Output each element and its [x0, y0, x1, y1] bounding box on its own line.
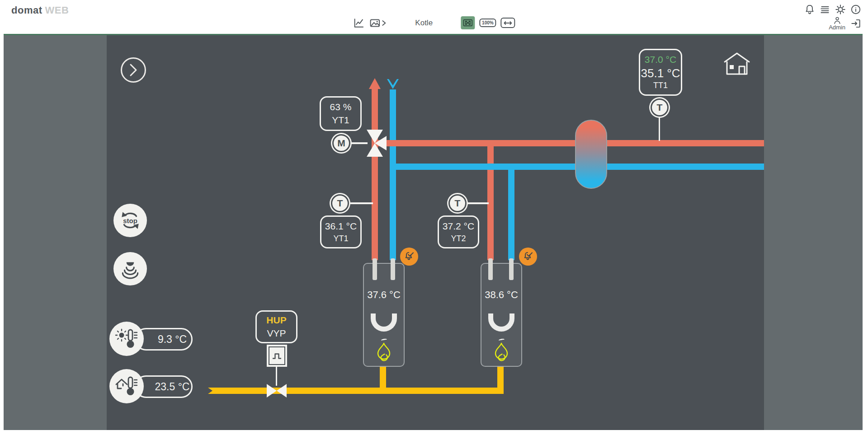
user-menu[interactable]: Admin	[829, 16, 845, 31]
yt1-value: 36.1 °C	[325, 220, 357, 233]
boiler-port	[488, 258, 493, 280]
logo-suffix: WEB	[45, 5, 69, 16]
outdoor-temp-value: 9.3 °C	[158, 333, 187, 346]
return-pipe-boiler2-vertical	[508, 167, 514, 260]
zoom-100-label: 100%	[482, 20, 494, 25]
event-list-button[interactable]	[819, 4, 831, 15]
supply-temp-badge[interactable]: 37.0 °C 35.1 °C TT1	[639, 49, 682, 96]
gas-valve	[267, 384, 287, 398]
alarm-ack-badge-boiler2[interactable]	[519, 248, 537, 266]
three-way-valve	[367, 130, 396, 157]
user-avatar-icon	[832, 16, 842, 25]
bell-icon	[804, 4, 816, 15]
list-icon	[819, 4, 831, 15]
t-sensor-letter: T	[657, 102, 663, 113]
tt1-sensor-link-line	[659, 117, 660, 141]
return-pipe-boiler1-vertical	[390, 89, 396, 260]
trend-chart-button[interactable]	[353, 17, 364, 29]
valve-position-value: 63 %	[330, 101, 352, 113]
image-gallery-button[interactable]	[369, 17, 387, 29]
supply-pipe-boiler1-vertical	[372, 89, 378, 260]
supply-flow-arrow-up	[369, 78, 381, 89]
supply-temp-value: 35.1 °C	[641, 66, 680, 81]
gas-inlet-notch	[208, 388, 212, 394]
t-sensor-letter: T	[455, 198, 461, 209]
app-logo: domatWEB	[11, 5, 69, 16]
yt1-sensor-link-line	[350, 202, 373, 204]
image-icon	[369, 17, 381, 29]
yt2-value: 37.2 °C	[443, 220, 474, 233]
info-button[interactable]	[850, 4, 862, 15]
house-icon	[723, 51, 751, 77]
gas-main-badge[interactable]: HUP VYP	[255, 310, 297, 343]
t-sensor-letter: T	[337, 198, 343, 209]
yt2-sensor-link-line	[468, 202, 489, 204]
fit-screen-icon	[462, 17, 473, 28]
boiler-room-schematic: HUP VYP M 63 % YT1 T 36.1 °C YT1	[107, 35, 764, 430]
echo-waves-icon	[119, 257, 142, 280]
chevron-right-icon	[127, 63, 139, 77]
bell-check-icon	[403, 250, 415, 263]
expand-button[interactable]	[121, 57, 146, 83]
fit-to-screen-button[interactable]	[461, 16, 475, 29]
tilde-mark	[498, 338, 505, 341]
yt1-label: YT1	[333, 233, 348, 244]
notifications-button[interactable]	[804, 4, 816, 15]
motor-letter: M	[337, 138, 345, 149]
indoor-temp-value: 23.5 °C	[155, 381, 190, 393]
supply-setpoint-value: 37.0 °C	[645, 54, 676, 65]
bell-check-icon	[522, 250, 534, 263]
pulse-icon	[270, 350, 284, 362]
gas-pipe-main	[208, 388, 504, 394]
return-arrow-notch	[389, 79, 397, 85]
zoom-100-button[interactable]: 100%	[479, 19, 496, 27]
info-icon	[850, 4, 862, 15]
stop-label: stop	[123, 217, 137, 225]
yt2-temperature-sensor[interactable]: T	[447, 193, 468, 214]
presence-sensor-indicator[interactable]	[113, 252, 147, 285]
yt1-temperature-badge[interactable]: 36.1 °C YT1	[320, 215, 362, 248]
tilde-mark	[381, 338, 387, 341]
logout-button[interactable]	[850, 18, 862, 29]
indoor-thermometer-icon	[115, 374, 138, 398]
logout-icon	[850, 18, 862, 29]
settings-button[interactable]	[835, 4, 846, 15]
valve-motor-sensor[interactable]: M	[331, 133, 352, 154]
width-arrows-icon	[503, 19, 514, 27]
yt2-temperature-badge[interactable]: 37.2 °C YT2	[438, 215, 479, 248]
yt2-label: YT2	[451, 233, 466, 244]
boiler-1-temp: 37.6 °C	[367, 289, 401, 301]
alarm-ack-badge-boiler1[interactable]	[400, 248, 418, 266]
page-title: Kotle	[415, 19, 433, 28]
gas-meter-link-line	[276, 367, 277, 386]
hydraulic-separator	[575, 120, 607, 189]
gas-main-name: HUP	[266, 314, 286, 327]
boiler-1: 37.6 °C	[363, 263, 405, 367]
fit-width-button[interactable]	[501, 18, 515, 28]
flame-icon	[492, 342, 510, 363]
visualization-canvas: HUP VYP M 63 % YT1 T 36.1 °C YT1	[4, 34, 863, 430]
outdoor-thermometer-icon	[115, 327, 138, 351]
flame-icon	[375, 342, 393, 363]
indoor-temp-indicator	[109, 369, 144, 403]
logo-brand: domat	[11, 5, 42, 16]
gas-main-status: VYP	[267, 327, 286, 340]
app-header: domatWEB Kotle 100%	[0, 0, 868, 34]
stop-mode-indicator[interactable]: stop	[113, 204, 147, 237]
heat-exchanger-u-icon	[488, 313, 514, 332]
boiler-2: 38.6 °C	[481, 263, 522, 367]
boiler-port	[373, 258, 377, 280]
toolbar: Kotle 100%	[353, 16, 515, 29]
chevron-right-icon	[381, 19, 387, 27]
tt1-temperature-sensor[interactable]: T	[649, 97, 670, 118]
yt1-temperature-sensor[interactable]: T	[330, 193, 350, 214]
gas-pulse-meter[interactable]	[267, 345, 287, 367]
supply-pipe-boiler2-vertical	[487, 143, 494, 260]
boiler-port	[391, 258, 395, 280]
supply-sensor-label: TT1	[653, 80, 668, 91]
valve-position-label: YT1	[332, 114, 349, 126]
valve-position-badge[interactable]: 63 % YT1	[320, 96, 362, 131]
boiler-port	[509, 258, 514, 280]
supply-pipe-main	[375, 140, 764, 146]
valve-actuator-link-line	[351, 142, 368, 144]
